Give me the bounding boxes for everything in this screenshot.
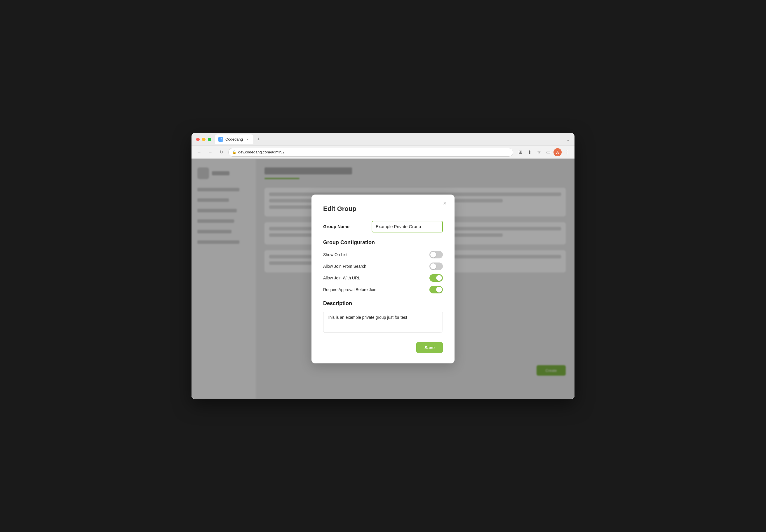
description-label: Description <box>323 300 443 307</box>
maximize-window-button[interactable] <box>208 138 212 141</box>
toggle-knob <box>430 263 436 269</box>
translate-button[interactable]: ⊞ <box>516 148 524 156</box>
tab-title: Codedang <box>226 137 243 141</box>
title-bar: C Codedang × + ⌄ <box>192 133 574 146</box>
description-textarea[interactable]: This is an example private group just fo… <box>323 312 443 333</box>
config-row-allow-join-url: Allow Join With URL <box>323 274 443 282</box>
address-bar: ← → ↻ 🔒 dev.codedang.com/admin/2 ⊞ ⬆ ☆ ▭… <box>192 146 574 159</box>
modal-title: Edit Group <box>323 205 443 213</box>
forward-button[interactable]: → <box>206 148 214 156</box>
description-section: Description This is an example private g… <box>323 300 443 334</box>
close-window-button[interactable] <box>196 138 200 141</box>
config-row-allow-join-search: Allow Join From Search <box>323 263 443 270</box>
allow-join-search-toggle[interactable] <box>429 263 443 270</box>
traffic-lights <box>196 138 212 141</box>
toggle-knob <box>430 252 436 258</box>
tab-favicon: C <box>218 137 223 142</box>
active-tab[interactable]: C Codedang × <box>215 134 254 144</box>
save-button[interactable]: Save <box>416 342 443 353</box>
tab-chevron[interactable]: ⌄ <box>566 137 570 142</box>
tab-bar: C Codedang × + ⌄ <box>215 134 570 144</box>
group-name-label: Group Name <box>323 224 367 229</box>
browser-actions: ⊞ ⬆ ☆ ▭ A ⋮ <box>516 148 571 156</box>
require-approval-label: Require Approval Before Join <box>323 287 376 292</box>
group-name-row: Group Name <box>323 221 443 232</box>
config-row-require-approval: Require Approval Before Join <box>323 286 443 293</box>
refresh-button[interactable]: ↻ <box>217 148 226 156</box>
require-approval-toggle[interactable] <box>429 286 443 293</box>
page-content: Create × Edit Group Group Name Group Con… <box>192 159 574 399</box>
sidebar-button[interactable]: ▭ <box>544 148 552 156</box>
edit-group-modal: × Edit Group Group Name Group Configurat… <box>312 195 454 363</box>
allow-join-url-toggle[interactable] <box>429 274 443 282</box>
show-on-list-toggle[interactable] <box>429 251 443 258</box>
group-name-input[interactable] <box>372 221 443 232</box>
lock-icon: 🔒 <box>232 150 237 154</box>
browser-window: C Codedang × + ⌄ ← → ↻ 🔒 dev.codedang.co… <box>192 133 574 399</box>
show-on-list-label: Show On List <box>323 252 347 257</box>
back-button[interactable]: ← <box>195 148 203 156</box>
modal-close-button[interactable]: × <box>440 199 449 207</box>
modal-overlay[interactable]: × Edit Group Group Name Group Configurat… <box>192 159 574 399</box>
tab-close-button[interactable]: × <box>245 137 250 142</box>
minimize-window-button[interactable] <box>202 138 206 141</box>
share-button[interactable]: ⬆ <box>525 148 534 156</box>
config-row-show-on-list: Show On List <box>323 251 443 258</box>
modal-footer: Save <box>323 342 443 353</box>
toggle-knob <box>436 275 442 281</box>
new-tab-button[interactable]: + <box>255 135 263 143</box>
bookmark-button[interactable]: ☆ <box>535 148 543 156</box>
allow-join-search-label: Allow Join From Search <box>323 264 366 269</box>
url-bar[interactable]: 🔒 dev.codedang.com/admin/2 <box>228 148 513 157</box>
allow-join-url-label: Allow Join With URL <box>323 276 360 280</box>
more-button[interactable]: ⋮ <box>563 148 571 156</box>
profile-button[interactable]: A <box>553 148 562 156</box>
url-text: dev.codedang.com/admin/2 <box>238 150 285 154</box>
toggle-knob <box>436 287 442 293</box>
config-section-title: Group Configuration <box>323 239 443 246</box>
group-configuration-section: Group Configuration Show On List Allow J… <box>323 239 443 293</box>
